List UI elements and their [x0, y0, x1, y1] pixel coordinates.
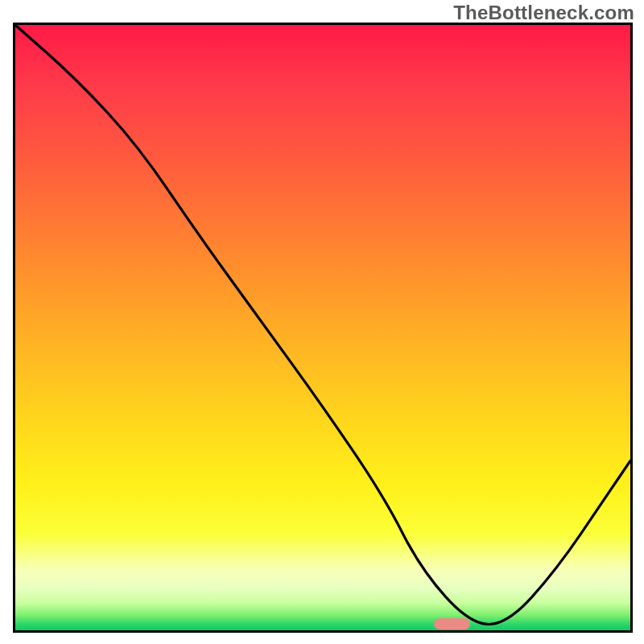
- chart-frame: [13, 23, 633, 633]
- chart-line: [15, 25, 630, 630]
- chart-plot-area: [15, 25, 630, 630]
- watermark-text: TheBottleneck.com: [453, 2, 634, 24]
